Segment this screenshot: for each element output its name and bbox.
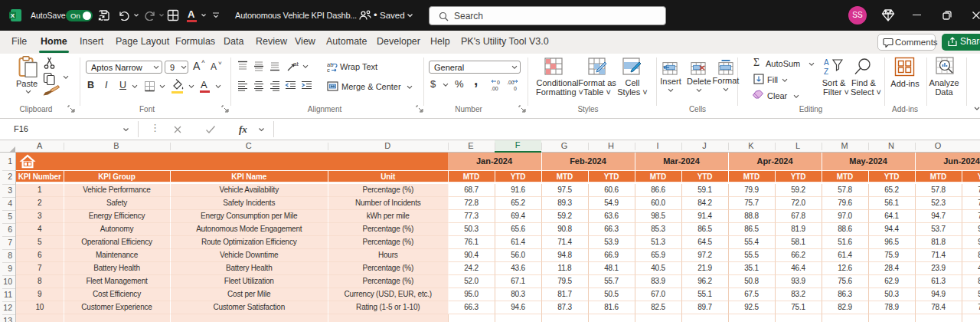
svg-text:Z: Z: [824, 67, 828, 76]
svg-text:ab: ab: [293, 61, 299, 67]
svg-text:0: 0: [497, 80, 500, 85]
svg-text:c: c: [327, 67, 330, 73]
svg-text:.00: .00: [491, 86, 498, 91]
svg-text:X: X: [11, 12, 15, 19]
svg-text:A: A: [824, 58, 829, 67]
